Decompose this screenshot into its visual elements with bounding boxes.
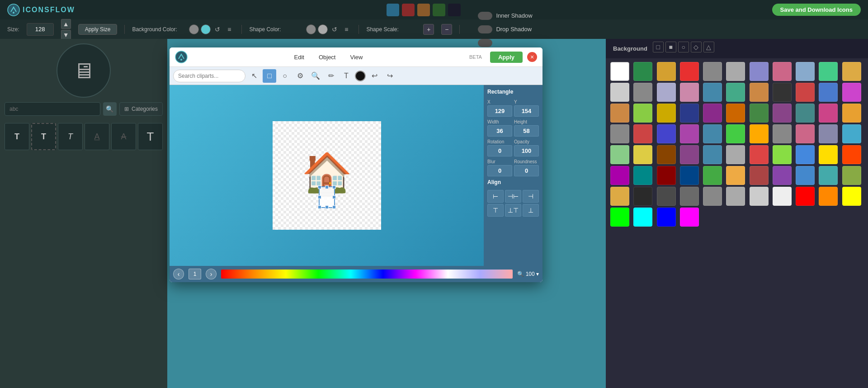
text-style-dashed[interactable]: T (58, 123, 83, 150)
swatch-75[interactable] (819, 187, 838, 206)
menu-edit[interactable]: Edit (291, 52, 308, 62)
swatch-29[interactable] (773, 104, 792, 123)
text-style-underline[interactable]: A (85, 123, 109, 150)
swatch-61[interactable] (750, 166, 769, 185)
rotation-input[interactable] (487, 145, 512, 156)
handle-mr[interactable] (332, 195, 336, 199)
circle-tool-button[interactable]: ○ (278, 69, 292, 83)
swatch-34[interactable] (633, 124, 652, 143)
canvas-area[interactable]: 🏠 (170, 85, 484, 266)
gloss-toggle[interactable] (478, 39, 492, 47)
scale-increase-button[interactable]: + (423, 24, 434, 35)
apply-size-button[interactable]: Apply Size (78, 24, 118, 35)
swatch-70[interactable] (703, 187, 722, 206)
swatch-64[interactable] (819, 166, 838, 185)
swatch-38[interactable] (726, 124, 745, 143)
swatch-39[interactable] (750, 124, 769, 143)
swatch-16[interactable] (726, 83, 745, 102)
bg-color-swatch-2[interactable] (201, 24, 211, 34)
handle-bm[interactable] (325, 205, 329, 209)
color-swatch-red[interactable] (402, 4, 415, 16)
size-decrement-button[interactable]: ▼ (61, 30, 71, 40)
search-input[interactable] (5, 102, 100, 116)
swatch-50[interactable] (750, 145, 769, 164)
bg-shape-diamond[interactable]: ◇ (691, 42, 702, 52)
search-cliparts-input[interactable] (173, 70, 245, 82)
swatch-10[interactable] (842, 62, 861, 81)
text-tool-button[interactable]: T (340, 69, 353, 83)
swatch-55[interactable] (610, 166, 629, 185)
scale-decrease-button[interactable]: − (441, 24, 452, 35)
roundness-input[interactable] (514, 165, 539, 176)
close-button[interactable]: × (527, 52, 537, 62)
swatch-32[interactable] (842, 104, 861, 123)
swatch-60[interactable] (726, 166, 745, 185)
opacity-input[interactable] (514, 145, 539, 156)
swatch-14[interactable] (680, 83, 699, 102)
swatch-43[interactable] (842, 124, 861, 143)
categories-button[interactable]: ⊞ Categories (119, 102, 163, 116)
swatch-42[interactable] (819, 124, 838, 143)
bg-color-swatch-1[interactable] (189, 24, 199, 34)
size-increment-button[interactable]: ▲ (61, 19, 71, 29)
handle-bl[interactable] (318, 205, 321, 209)
swatch-41[interactable] (796, 124, 815, 143)
width-input[interactable] (487, 125, 512, 137)
align-center-v-button[interactable]: ⊥⊤ (505, 204, 521, 217)
swatch-78[interactable] (633, 208, 652, 227)
swatch-56[interactable] (633, 166, 652, 185)
swatch-17[interactable] (750, 83, 769, 102)
swatch-73[interactable] (773, 187, 792, 206)
swatch-5[interactable] (726, 62, 745, 81)
fill-color-button[interactable] (355, 71, 366, 81)
swatch-37[interactable] (703, 124, 722, 143)
swatch-9[interactable] (819, 62, 838, 81)
swatch-23[interactable] (633, 104, 652, 123)
swatch-27[interactable] (726, 104, 745, 123)
prev-page-button[interactable]: ‹ (173, 269, 184, 279)
inner-shadow-toggle[interactable] (478, 12, 492, 20)
bg-shape-square-filled[interactable]: ■ (665, 42, 676, 52)
handle-tm[interactable] (325, 185, 329, 189)
size-input[interactable] (27, 23, 54, 36)
zoom-tool-button[interactable]: 🔍 (309, 69, 322, 83)
align-right-button[interactable]: ⊣ (523, 190, 539, 203)
swatch-57[interactable] (657, 166, 676, 185)
text-style-strikethrough[interactable]: A (111, 123, 136, 150)
swatch-20[interactable] (819, 83, 838, 102)
swatch-18[interactable] (773, 83, 792, 102)
swatch-31[interactable] (819, 104, 838, 123)
selected-rectangle[interactable] (319, 186, 335, 208)
swatch-79[interactable] (657, 208, 676, 227)
save-download-button[interactable]: Save and Download Icons (772, 4, 861, 16)
color-swatch-dark[interactable] (448, 4, 461, 16)
rectangle-tool-button[interactable]: □ (263, 69, 276, 83)
text-style-plain[interactable]: T (5, 123, 29, 150)
swatch-7[interactable] (773, 62, 792, 81)
redo-button[interactable]: ↪ (383, 69, 396, 83)
handle-tr[interactable] (332, 185, 336, 189)
swatch-51[interactable] (773, 145, 792, 164)
apply-button[interactable]: Apply (490, 52, 523, 63)
shape-color-swatch-1[interactable] (306, 24, 316, 34)
text-style-outlined[interactable]: T (31, 123, 56, 150)
swatch-3[interactable] (680, 62, 699, 81)
swatch-19[interactable] (796, 83, 815, 102)
swatch-71[interactable] (726, 187, 745, 206)
bg-shape-square-outline[interactable]: □ (653, 42, 664, 52)
swatch-63[interactable] (796, 166, 815, 185)
menu-object[interactable]: Object (315, 52, 340, 62)
color-swatch-brown[interactable] (417, 4, 430, 16)
swatch-54[interactable] (842, 145, 861, 164)
swatch-4[interactable] (703, 62, 722, 81)
swatch-59[interactable] (703, 166, 722, 185)
align-top-button[interactable]: ⊤ (487, 204, 504, 217)
height-input[interactable] (514, 125, 539, 137)
handle-br[interactable] (332, 205, 336, 209)
swatch-52[interactable] (796, 145, 815, 164)
x-input[interactable] (487, 105, 512, 117)
swatch-48[interactable] (703, 145, 722, 164)
zoom-control[interactable]: 🔍 100 ▾ (517, 271, 539, 277)
shape-color-swatch-2[interactable] (318, 24, 328, 34)
swatch-35[interactable] (657, 124, 676, 143)
